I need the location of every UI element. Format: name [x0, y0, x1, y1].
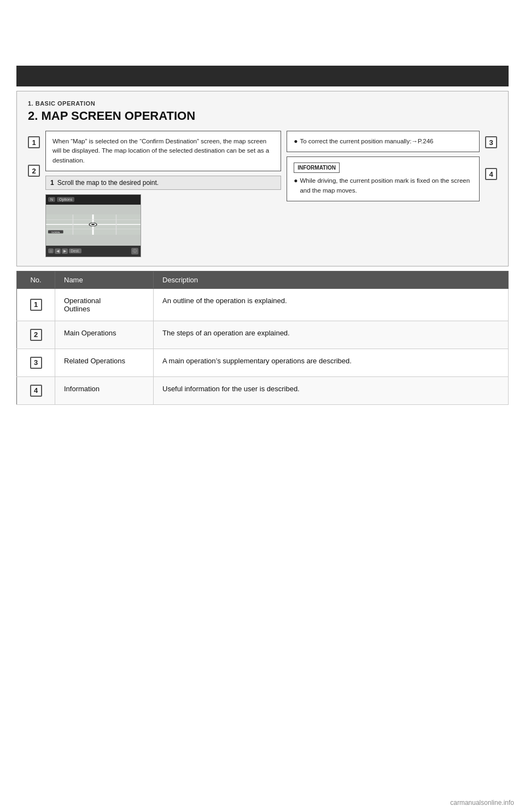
- data-table: No. Name Description 1Operational Outlin…: [16, 271, 509, 405]
- related-ops-bullet-dot: ●: [294, 137, 298, 146]
- top-space: [0, 0, 525, 66]
- table-num-badge: 3: [30, 357, 42, 369]
- table-cell-name: Operational Outlines: [55, 288, 154, 321]
- related-ops-box: ● To correct the current position manual…: [287, 131, 480, 152]
- map-toolbar-bottom: ⌂ ◀ ▶ Dest. ⓘ: [46, 246, 141, 257]
- info-bullet-dot: ●: [294, 176, 298, 185]
- diagram-inner: 1 2 When “Map” is selected on the “Confi…: [28, 131, 497, 257]
- diagram-numbers-right: 3 4: [485, 131, 497, 257]
- main-op-row: 1 Scroll the map to the desired point.: [45, 176, 281, 190]
- info-label: INFORMATION: [294, 163, 340, 173]
- table-header-description: Description: [154, 271, 509, 288]
- main-content: 1. BASIC OPERATION 2. MAP SCREEN OPERATI…: [16, 91, 509, 405]
- table-cell-name: Main Operations: [55, 321, 154, 349]
- footer-space: [0, 405, 525, 733]
- table-header-name: Name: [55, 271, 154, 288]
- diagram-right-panel: ● To correct the current position manual…: [287, 131, 480, 257]
- main-op-num: 1: [50, 179, 54, 187]
- table-row: 1Operational OutlinesAn outline of the o…: [17, 288, 509, 321]
- svg-point-8: [91, 224, 95, 225]
- map-svg: 500ft: [46, 214, 141, 235]
- num-badge-3: 3: [485, 136, 497, 148]
- diagram-left-panel: When “Map” is selected on the “Confirm D…: [45, 131, 281, 257]
- table-num-badge: 1: [30, 299, 42, 311]
- table-row: 4InformationUseful information for the u…: [17, 376, 509, 404]
- watermark: carmanualsonline.info: [450, 799, 514, 807]
- diagram-section-label: 1. BASIC OPERATION: [28, 100, 497, 107]
- diagram-numbers-left: 1 2: [28, 131, 40, 257]
- table-cell-num: 4: [17, 376, 55, 404]
- main-op-text: Scroll the map to the desired point.: [57, 179, 159, 187]
- table-cell-description: Useful information for the user is descr…: [154, 376, 509, 404]
- num-badge-1: 1: [28, 136, 40, 148]
- table-num-badge: 2: [30, 329, 42, 341]
- diagram-title: 2. MAP SCREEN OPERATION: [28, 109, 497, 123]
- table-cell-num: 2: [17, 321, 55, 349]
- table-row: 3Related OperationsA main operation’s su…: [17, 349, 509, 376]
- op-outlines-text: When “Map” is selected on the “Confirm D…: [52, 138, 269, 164]
- map-home-btn: ⌂: [48, 248, 54, 253]
- related-ops-bullet-item: ● To correct the current position manual…: [294, 137, 472, 146]
- map-fwd-btn: ▶: [62, 248, 68, 254]
- map-placeholder: N Options: [45, 194, 141, 257]
- map-toolbar-top: N Options: [46, 195, 141, 205]
- table-header-no: No.: [17, 271, 55, 288]
- header-bar: [16, 66, 509, 86]
- table-cell-description: A main operation’s supplementary operati…: [154, 349, 509, 376]
- map-options-btn: Options: [57, 197, 74, 202]
- table-header-row: No. Name Description: [17, 271, 509, 288]
- table-cell-name: Information: [55, 376, 154, 404]
- info-bullet-item: ● While driving, the current position ma…: [294, 176, 472, 195]
- info-text: While driving, the current position mark…: [300, 176, 472, 195]
- map-content: 500ft: [46, 205, 141, 246]
- num-badge-4: 4: [485, 168, 497, 180]
- table-row: 2Main OperationsThe steps of an operatio…: [17, 321, 509, 349]
- num-badge-2: 2: [28, 165, 40, 177]
- op-outlines-box: When “Map” is selected on the “Confirm D…: [45, 131, 281, 171]
- table-cell-name: Related Operations: [55, 349, 154, 376]
- table-cell-description: The steps of an operation are explained.: [154, 321, 509, 349]
- map-info-btn: ⓘ: [131, 248, 138, 254]
- info-box: INFORMATION ● While driving, the current…: [287, 156, 480, 201]
- related-ops-text: To correct the current position manually…: [300, 137, 433, 146]
- table-cell-num: 3: [17, 349, 55, 376]
- map-back-btn: ◀: [55, 248, 61, 254]
- table-cell-num: 1: [17, 288, 55, 321]
- diagram-container: 1. BASIC OPERATION 2. MAP SCREEN OPERATI…: [16, 91, 509, 266]
- map-dest-btn: Dest.: [69, 248, 81, 253]
- svg-text:500ft: 500ft: [51, 231, 60, 233]
- table-num-badge: 4: [30, 385, 42, 397]
- map-n-btn: N: [48, 197, 55, 202]
- table-cell-description: An outline of the operation is explained…: [154, 288, 509, 321]
